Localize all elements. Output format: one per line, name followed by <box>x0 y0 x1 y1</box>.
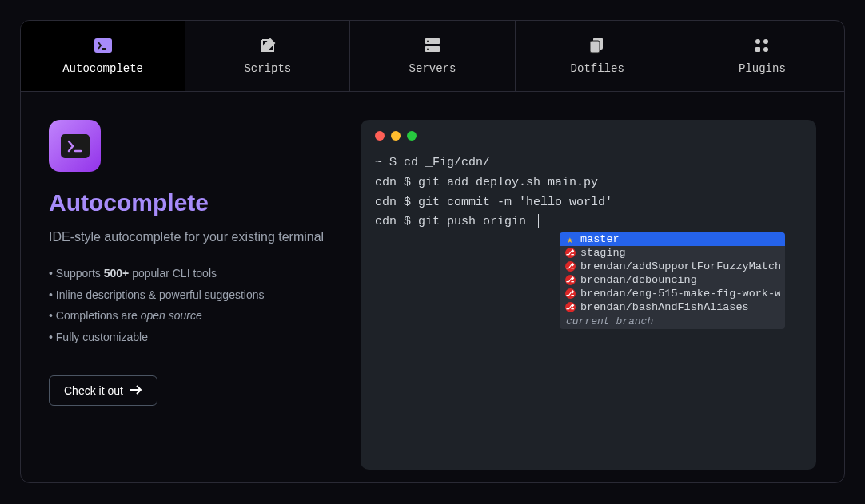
window-controls <box>375 131 802 141</box>
arrow-right-icon <box>130 384 142 397</box>
terminal-line: cdn $ git add deploy.sh main.py <box>375 173 802 193</box>
tabs-bar: Autocomplete Scripts Servers Dotfiles Pl… <box>21 21 844 92</box>
bullet-item: • Supports 500+ popular CLI tools <box>49 263 329 284</box>
terminal-line: cdn $ git push origin <box>375 212 802 232</box>
feature-bullets: • Supports 500+ popular CLI tools • Inli… <box>49 263 329 347</box>
maximize-icon[interactable] <box>407 131 417 141</box>
star-icon: ★ <box>564 234 576 245</box>
close-icon[interactable] <box>375 131 385 141</box>
autocomplete-label: brendan/bashAndFishAliases <box>580 301 749 313</box>
svg-rect-10 <box>755 47 760 52</box>
autocomplete-item[interactable]: ⎇ brendan/debouncing <box>560 273 785 287</box>
tab-plugins[interactable]: Plugins <box>680 21 844 91</box>
bullet-item: • Fully customizable <box>49 327 329 348</box>
check-it-out-button[interactable]: Check it out <box>49 375 157 406</box>
feature-panel: Autocomplete Scripts Servers Dotfiles Pl… <box>20 20 845 483</box>
branch-icon: ⎇ <box>564 248 576 259</box>
minimize-icon[interactable] <box>391 131 401 141</box>
autocomplete-label: master <box>580 233 620 245</box>
svg-point-4 <box>427 41 429 42</box>
svg-point-11 <box>763 47 768 52</box>
content-area: Autocomplete IDE-style autocomplete for … <box>21 92 844 483</box>
bullet-item: • Inline descriptions & powerful suggest… <box>49 284 329 306</box>
tab-autocomplete[interactable]: Autocomplete <box>21 21 185 91</box>
terminal-line: cdn $ git commit -m 'hello world' <box>375 193 802 213</box>
feature-logo <box>49 120 101 172</box>
terminal-line: ~ $ cd _Fig/cdn/ <box>375 153 802 173</box>
autocomplete-label: staging <box>580 247 626 259</box>
autocomplete-footer: current branch <box>560 314 785 329</box>
svg-rect-0 <box>94 38 112 53</box>
autocomplete-popup: ★ master ⎇ staging ⎇ brendan/addSupportF… <box>560 232 785 329</box>
tab-servers[interactable]: Servers <box>350 21 515 91</box>
autocomplete-label: brendan/eng-515-make-fig-work-with-m <box>580 288 780 300</box>
feature-title: Autocomplete <box>49 189 329 216</box>
edit-icon <box>259 37 277 54</box>
autocomplete-item[interactable]: ⎇ brendan/eng-515-make-fig-work-with-m <box>560 287 785 300</box>
server-icon <box>424 37 441 54</box>
tab-label: Scripts <box>244 62 291 75</box>
tab-dotfiles[interactable]: Dotfiles <box>516 21 680 91</box>
autocomplete-item[interactable]: ⎇ staging <box>560 246 785 260</box>
svg-point-8 <box>755 39 760 44</box>
autocomplete-label: brendan/addSupportForFuzzyMatching <box>580 260 780 272</box>
autocomplete-label: brendan/debouncing <box>580 274 697 286</box>
feature-subtitle: IDE-style autocomplete for your existing… <box>49 228 329 247</box>
branch-icon: ⎇ <box>564 261 576 272</box>
svg-rect-7 <box>590 41 600 53</box>
terminal-icon <box>61 134 90 158</box>
branch-icon: ⎇ <box>564 288 576 300</box>
autocomplete-item[interactable]: ⎇ brendan/addSupportForFuzzyMatching <box>560 260 785 273</box>
autocomplete-item[interactable]: ⎇ brendan/bashAndFishAliases <box>560 300 785 314</box>
bullet-item: • Completions are open source <box>49 305 329 327</box>
cta-label: Check it out <box>64 384 123 397</box>
tab-label: Autocomplete <box>62 62 143 75</box>
feature-description: Autocomplete IDE-style autocomplete for … <box>49 120 329 470</box>
terminal-icon <box>94 37 112 54</box>
tab-label: Plugins <box>739 62 786 75</box>
tab-label: Dotfiles <box>571 62 624 75</box>
tab-label: Servers <box>409 62 456 75</box>
files-icon <box>588 37 606 54</box>
cursor-icon <box>538 214 539 228</box>
grid-icon <box>753 37 771 54</box>
branch-icon: ⎇ <box>564 275 576 286</box>
branch-icon: ⎇ <box>564 302 576 313</box>
svg-point-9 <box>763 39 768 44</box>
terminal-window: ~ $ cd _Fig/cdn/ cdn $ git add deploy.sh… <box>361 120 816 470</box>
svg-point-5 <box>427 49 429 50</box>
autocomplete-item-master[interactable]: ★ master <box>560 232 785 246</box>
tab-scripts[interactable]: Scripts <box>185 21 350 91</box>
